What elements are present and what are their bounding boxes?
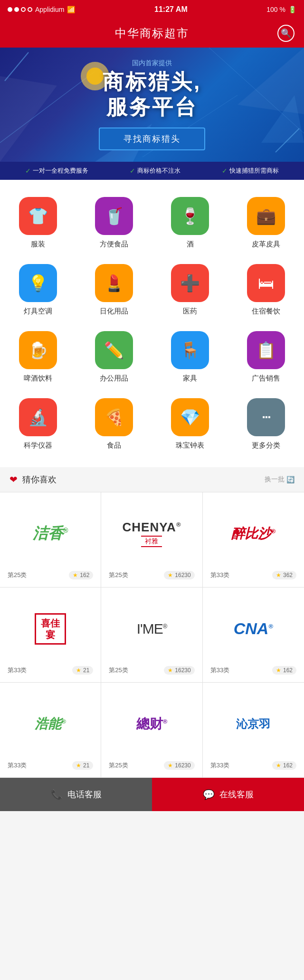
phone-label: 电话客服 <box>67 789 102 800</box>
category-label-kexue: 科学仪器 <box>24 441 52 450</box>
product-meta-xijialian: 第33类★21 <box>8 666 93 675</box>
category-section: 👕服装🥤方便食品🍷酒💼皮革皮具💡灯具空调💄日化用品➕医药🛏住宿餐饮🍺啤酒饮料✏️… <box>0 180 304 467</box>
check-icon-3: ✓ <box>222 167 228 175</box>
chat-service-button[interactable]: 💬 在线客服 <box>152 778 304 811</box>
status-bar: Applidium 📶 11:27 AM 100 % 🔋 <box>0 0 304 19</box>
chat-icon: 💬 <box>203 789 215 800</box>
category-label-jiu: 酒 <box>187 240 194 249</box>
svg-line-9 <box>5 52 28 81</box>
product-cell-zuibisha[interactable]: 醉比沙®第33类★362 <box>203 492 304 588</box>
star-icon: ★ <box>168 572 173 578</box>
product-rating-haoneng: ★21 <box>72 761 93 770</box>
category-label-bangong: 办公用品 <box>100 374 128 383</box>
banner-subtitle: 国内首家提供 <box>99 59 205 68</box>
product-rating-xijialian: ★21 <box>72 666 93 675</box>
category-item-dengjukong[interactable]: 💡灯具空调 <box>0 256 76 323</box>
product-meta-zongcai: 第25类★16230 <box>109 761 194 770</box>
dot-3 <box>21 7 26 12</box>
product-logo-haoneng: 浩能® <box>8 692 93 755</box>
star-icon: ★ <box>168 667 173 674</box>
category-item-jiaju[interactable]: 🪑家具 <box>152 323 228 391</box>
phone-icon: 📞 <box>51 789 63 800</box>
product-cell-cna[interactable]: CNA®第33类★162 <box>203 588 304 683</box>
bottom-bar: 📞 电话客服 💬 在线客服 <box>0 778 304 811</box>
phone-service-button[interactable]: 📞 电话客服 <box>0 778 152 811</box>
product-meta-zuibisha: 第33类★362 <box>210 571 296 579</box>
product-cell-jiexiang[interactable]: 洁香®第25类★162 <box>0 492 101 588</box>
product-meta-jiexiang: 第25类★162 <box>8 571 93 579</box>
category-item-yiyao[interactable]: ➕医药 <box>152 256 228 323</box>
product-cell-zongcai[interactable]: 總财®第25类★16230 <box>101 683 202 778</box>
product-cell-ime[interactable]: I'ME®第25类★16230 <box>101 588 202 683</box>
dot-1 <box>8 7 12 12</box>
product-class-jingyu: 第33类 <box>210 761 229 770</box>
product-cell-haoneng[interactable]: 浩能®第33类★21 <box>0 683 101 778</box>
rating-number: 21 <box>83 762 89 769</box>
chat-label: 在线客服 <box>219 789 254 800</box>
banner-cta-button[interactable]: 寻找商标猎头 <box>99 127 205 150</box>
category-icon-rihua: 💄 <box>95 264 133 302</box>
banner: 国内首家提供 商标猎头, 服务平台 寻找商标猎头 <box>0 48 304 162</box>
banner-info-text-3: 快速捕猎所需商标 <box>229 167 279 175</box>
product-cell-xijialian[interactable]: 喜佳宴第33类★21 <box>0 588 101 683</box>
category-item-shipin[interactable]: 🍕食品 <box>76 391 152 458</box>
category-item-zhusucanting[interactable]: 🛏住宿餐饮 <box>228 256 304 323</box>
product-cell-chenya[interactable]: CHENYA®衬雅第25类★16230 <box>101 492 202 588</box>
product-logo-xijialian: 喜佳宴 <box>8 597 93 660</box>
category-item-more[interactable]: ···更多分类 <box>228 391 304 458</box>
product-meta-haoneng: 第33类★21 <box>8 761 93 770</box>
category-icon-yiyao: ➕ <box>171 264 209 302</box>
category-item-fangbian[interactable]: 🥤方便食品 <box>76 189 152 256</box>
category-item-pige[interactable]: 💼皮革皮具 <box>228 189 304 256</box>
banner-info-3: ✓ 快速捕猎所需商标 <box>222 167 279 175</box>
product-logo-zongcai: 總财® <box>109 692 194 755</box>
carrier-name: Applidium <box>35 6 64 13</box>
rating-number: 16230 <box>175 667 190 674</box>
category-label-zhusucanting: 住宿餐饮 <box>252 307 280 316</box>
category-label-yiyao: 医药 <box>183 307 197 316</box>
rating-number: 362 <box>283 572 293 578</box>
product-logo-cna: CNA® <box>210 597 296 660</box>
check-icon-1: ✓ <box>25 167 31 175</box>
product-class-jiexiang: 第25类 <box>8 571 27 579</box>
heart-icon: ❤ <box>10 474 18 485</box>
category-item-guanggao[interactable]: 📋广告销售 <box>228 323 304 391</box>
category-item-rihua[interactable]: 💄日化用品 <box>76 256 152 323</box>
product-meta-chenya: 第25类★16230 <box>109 571 194 579</box>
status-time: 11:27 AM <box>154 5 188 14</box>
category-item-bangong[interactable]: ✏️办公用品 <box>76 323 152 391</box>
product-rating-zongcai: ★16230 <box>164 761 194 770</box>
battery-icon: 🔋 <box>288 6 296 13</box>
category-item-pijiu[interactable]: 🍺啤酒饮料 <box>0 323 76 391</box>
category-grid: 👕服装🥤方便食品🍷酒💼皮革皮具💡灯具空调💄日化用品➕医药🛏住宿餐饮🍺啤酒饮料✏️… <box>0 189 304 458</box>
product-class-ime: 第25类 <box>109 666 128 675</box>
star-icon: ★ <box>276 667 281 674</box>
category-label-jiaju: 家具 <box>183 374 197 383</box>
search-button[interactable]: 🔍 <box>277 25 294 42</box>
category-label-zhubao: 珠宝钟表 <box>176 441 204 450</box>
category-item-kexue[interactable]: 🔬科学仪器 <box>0 391 76 458</box>
category-label-dengjukong: 灯具空调 <box>24 307 52 316</box>
category-icon-jiaju: 🪑 <box>171 331 209 369</box>
category-item-jiu[interactable]: 🍷酒 <box>152 189 228 256</box>
category-icon-more: ··· <box>247 398 285 436</box>
product-class-zuibisha: 第33类 <box>210 571 229 579</box>
app-title: 中华商标超市 <box>115 26 189 41</box>
category-item-fuzhuang[interactable]: 👕服装 <box>0 189 76 256</box>
refresh-button[interactable]: 换一批 🔄 <box>265 475 294 484</box>
product-class-zongcai: 第25类 <box>109 761 128 770</box>
category-icon-kexue: 🔬 <box>19 398 57 436</box>
banner-info-text-2: 商标价格不注水 <box>137 167 180 175</box>
product-grid: 洁香®第25类★162CHENYA®衬雅第25类★16230醉比沙®第33类★3… <box>0 492 304 778</box>
category-label-guanggao: 广告销售 <box>252 374 280 383</box>
banner-content: 国内首家提供 商标猎头, 服务平台 寻找商标猎头 <box>99 59 205 150</box>
category-label-pige: 皮革皮具 <box>252 240 280 249</box>
product-logo-ime: I'ME® <box>109 597 194 660</box>
banner-info-2: ✓ 商标价格不注水 <box>130 167 180 175</box>
category-item-zhubao[interactable]: 💎珠宝钟表 <box>152 391 228 458</box>
product-cell-jingyu[interactable]: 沁京羽第33类★162 <box>203 683 304 778</box>
product-meta-ime: 第25类★16230 <box>109 666 194 675</box>
refresh-icon: 🔄 <box>286 476 294 483</box>
category-label-more: 更多分类 <box>252 441 280 450</box>
product-meta-cna: 第33类★162 <box>210 666 296 675</box>
